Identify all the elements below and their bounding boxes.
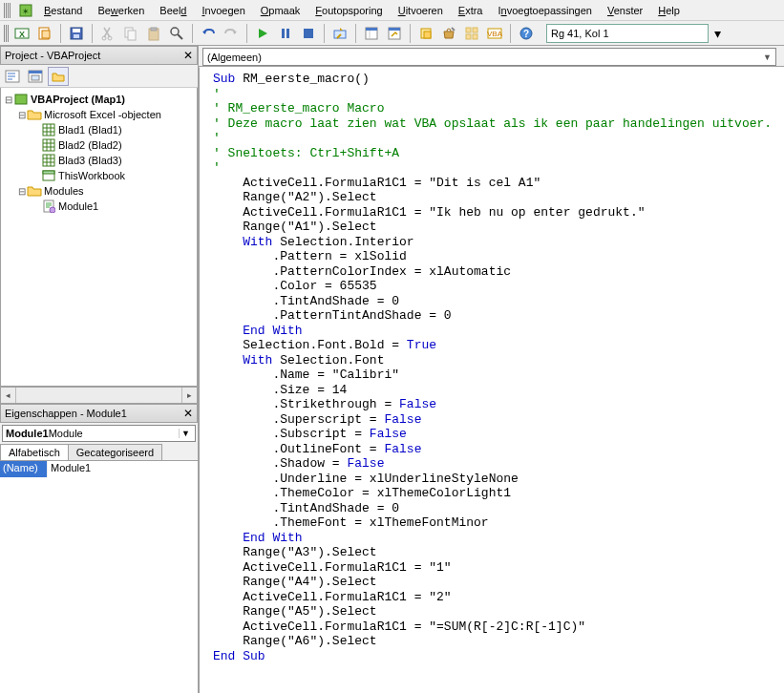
tree-sheet1[interactable]: Blad1 (Blad1) — [3, 122, 195, 137]
menubar-grip — [4, 3, 11, 18]
menu-invoegen[interactable]: Invoegen — [194, 3, 252, 18]
project-tree[interactable]: ⊟ VBAProject (Map1) ⊟ Microsoft Excel -o… — [0, 88, 198, 387]
svg-rect-30 — [466, 34, 471, 39]
svg-rect-31 — [473, 34, 477, 39]
tree-sheet2[interactable]: Blad2 (Blad2) — [3, 137, 195, 153]
close-icon[interactable]: ✕ — [183, 49, 193, 62]
vba-help-icon[interactable]: VBA — [484, 23, 505, 44]
svg-rect-54 — [43, 155, 54, 166]
svg-rect-41 — [29, 71, 42, 74]
svg-rect-43 — [15, 94, 27, 104]
svg-rect-25 — [389, 28, 400, 31]
tab-gecategoriseerd[interactable]: Gecategoriseerd — [68, 444, 162, 460]
tree-excel-objects[interactable]: ⊟ Microsoft Excel -objecten — [3, 107, 195, 122]
svg-rect-17 — [282, 29, 285, 38]
run-icon[interactable] — [252, 23, 273, 44]
undo-icon[interactable] — [198, 23, 219, 44]
view-code-icon[interactable] — [2, 67, 23, 86]
menu-invoegtoepassingen[interactable]: Invoegtoepassingen — [490, 3, 599, 18]
tab-order-icon[interactable] — [461, 23, 482, 44]
menu-bewerken[interactable]: Bewerken — [90, 3, 152, 18]
property-row-name[interactable]: (Name) Module1 — [0, 461, 198, 477]
menu-help[interactable]: Help — [650, 3, 688, 18]
sheet-icon — [41, 123, 56, 136]
cursor-position: Rg 41, Kol 1 — [551, 28, 609, 39]
tree-thisworkbook[interactable]: ThisWorkbook — [3, 168, 195, 183]
module-icon — [41, 200, 56, 213]
menu-opmaak[interactable]: Opmaak — [253, 3, 308, 18]
view-excel-icon[interactable]: X — [11, 23, 32, 44]
toolbar: X VBA ? Rg 41, Kol 1 ▾ — [0, 21, 784, 46]
svg-rect-5 — [42, 31, 50, 38]
menu-bestand[interactable]: Bestand — [36, 3, 90, 18]
help-icon[interactable]: ? — [516, 23, 537, 44]
code-editor[interactable]: Sub RM_eerste_macro() ' ' RM_eerste_macr… — [199, 67, 784, 693]
object-combo[interactable]: (Algemeen)▼ — [202, 48, 776, 66]
svg-rect-27 — [424, 32, 431, 38]
paste-icon[interactable] — [143, 23, 164, 44]
svg-text:✶: ✶ — [22, 7, 30, 16]
svg-rect-12 — [128, 31, 136, 40]
svg-rect-60 — [43, 171, 54, 174]
copy-icon[interactable] — [120, 23, 141, 44]
svg-text:VBA: VBA — [487, 30, 502, 38]
save-icon[interactable] — [66, 23, 87, 44]
object-browser-icon[interactable] — [415, 23, 436, 44]
chevron-down-icon[interactable]: ▼ — [179, 429, 192, 438]
tab-alfabetisch[interactable]: Alfabetisch — [0, 444, 69, 460]
property-name-value[interactable]: Module1 — [48, 461, 198, 477]
svg-rect-29 — [473, 28, 477, 32]
svg-line-16 — [178, 34, 182, 39]
tree-module1[interactable]: Module1 — [3, 199, 195, 214]
svg-point-65 — [50, 207, 55, 213]
menu-extra[interactable]: Extra — [451, 3, 491, 18]
folder-icon — [27, 108, 42, 121]
menu-foutopsporing[interactable]: Foutopsporing — [307, 3, 390, 18]
svg-text:?: ? — [523, 29, 529, 39]
toggle-folders-icon[interactable] — [48, 67, 69, 86]
property-name-label: (Name) — [0, 461, 48, 477]
pause-icon[interactable] — [275, 23, 296, 44]
view-object-icon[interactable] — [25, 67, 46, 86]
project-hscrollbar[interactable]: ◂▸ — [0, 387, 198, 404]
toolbar-grip — [4, 25, 10, 42]
svg-point-15 — [171, 28, 179, 35]
tree-modules[interactable]: ⊟ Modules — [3, 183, 195, 199]
svg-rect-7 — [73, 29, 80, 32]
folder-icon — [27, 184, 42, 198]
properties-tabs: Alfabetisch Gecategoriseerd — [0, 444, 198, 461]
menu-uitvoeren[interactable]: Uitvoeren — [391, 3, 451, 18]
properties-grid[interactable]: (Name) Module1 — [0, 461, 198, 694]
toolbar-overflow-icon[interactable]: ▾ — [710, 23, 724, 44]
svg-rect-28 — [466, 28, 471, 32]
project-panel-title: Project - VBAProject ✕ — [0, 46, 198, 65]
redo-icon[interactable] — [221, 23, 242, 44]
properties-panel-title: Eigenschappen - Module1 ✕ — [0, 404, 198, 423]
cut-icon[interactable] — [97, 23, 118, 44]
design-mode-icon[interactable] — [329, 23, 350, 44]
workbook-icon — [41, 169, 56, 182]
toolbox-icon[interactable] — [438, 23, 459, 44]
sheet-icon — [41, 138, 56, 152]
svg-rect-44 — [43, 124, 54, 136]
project-toolbar — [0, 65, 198, 88]
stop-icon[interactable] — [298, 23, 319, 44]
menu-beeld[interactable]: Beeld — [152, 3, 194, 18]
tree-sheet3[interactable]: Blad3 (Blad3) — [3, 153, 195, 168]
tree-vbaproject[interactable]: ⊟ VBAProject (Map1) — [3, 92, 195, 107]
properties-window-icon[interactable] — [384, 23, 405, 44]
properties-object-combo[interactable]: Module1 Module▼ — [0, 423, 198, 444]
svg-rect-49 — [43, 139, 54, 151]
svg-rect-19 — [304, 29, 313, 38]
menubar: ✶ Bestand Bewerken Beeld Invoegen Opmaak… — [0, 0, 784, 21]
svg-text:X: X — [19, 30, 25, 39]
app-icon: ✶ — [15, 0, 36, 21]
svg-rect-18 — [286, 29, 289, 38]
vbaproject-icon — [13, 93, 29, 106]
svg-rect-42 — [32, 75, 39, 80]
find-icon[interactable] — [166, 23, 187, 44]
close-icon[interactable]: ✕ — [183, 407, 193, 420]
insert-icon[interactable] — [34, 23, 55, 44]
project-explorer-icon[interactable] — [361, 23, 382, 44]
menu-venster[interactable]: Venster — [600, 3, 650, 18]
